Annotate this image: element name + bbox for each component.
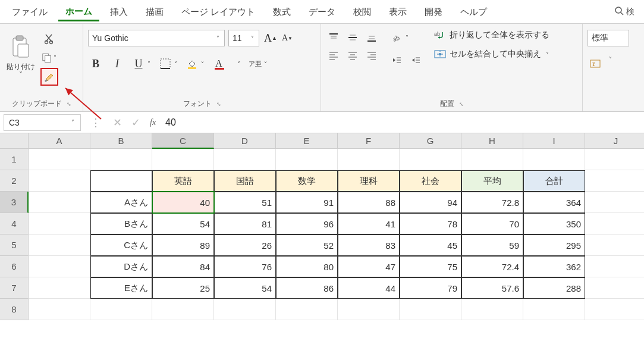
cell[interactable]: 理科 (338, 170, 400, 192)
cell[interactable]: 364 (523, 192, 585, 213)
italic-button[interactable]: I (109, 56, 125, 71)
orientation-button[interactable]: ab (389, 30, 404, 45)
tab-insert[interactable]: 挿入 (103, 3, 135, 20)
cancel-formula-button[interactable]: ✕ (108, 116, 127, 129)
chevron-down-icon[interactable]: ˅ (173, 61, 178, 67)
cell[interactable] (400, 299, 461, 320)
decrease-indent-button[interactable] (389, 52, 404, 68)
cell[interactable] (585, 213, 644, 235)
align-top-button[interactable] (326, 30, 341, 45)
cell[interactable]: 88 (338, 192, 400, 213)
cell[interactable]: 76 (214, 256, 276, 277)
align-right-button[interactable] (364, 48, 379, 63)
underline-button[interactable]: U (131, 56, 146, 71)
cell[interactable] (152, 299, 214, 320)
formula-input[interactable]: 40 (161, 117, 644, 128)
cell[interactable] (585, 235, 644, 256)
cell[interactable]: 80 (276, 256, 338, 277)
cell[interactable]: 47 (338, 256, 400, 277)
cell[interactable]: 54 (214, 277, 276, 299)
row-header-7[interactable]: 7 (0, 277, 29, 299)
cell[interactable]: 45 (400, 235, 461, 256)
cell[interactable]: 72.8 (461, 192, 523, 213)
col-header-e[interactable]: E (276, 133, 338, 149)
accounting-format-button[interactable]: ¥ (588, 56, 603, 71)
cell[interactable]: 25 (152, 277, 214, 299)
row-header-3[interactable]: 3 (0, 192, 29, 213)
cell[interactable] (90, 299, 152, 320)
tab-review[interactable]: 校閲 (346, 3, 378, 20)
wrap-text-button[interactable]: ab 折り返して全体を表示する (434, 30, 550, 40)
cell[interactable] (585, 256, 644, 277)
select-all-corner[interactable] (0, 133, 29, 149)
borders-button[interactable] (158, 56, 173, 71)
font-dialog-launcher[interactable]: ⤡ (216, 101, 221, 107)
increase-indent-button[interactable] (408, 52, 423, 68)
cell[interactable]: 数学 (276, 170, 338, 192)
col-header-i[interactable]: I (523, 133, 585, 149)
cell[interactable] (276, 149, 338, 170)
paste-button[interactable] (8, 30, 34, 63)
cell[interactable] (214, 299, 276, 320)
cell[interactable] (29, 277, 90, 299)
chevron-down-icon[interactable]: ˅ (200, 61, 205, 67)
cell[interactable]: Eさん (90, 277, 152, 299)
cell[interactable] (585, 277, 644, 299)
cell[interactable] (29, 256, 90, 277)
tab-developer[interactable]: 開発 (417, 3, 450, 20)
row-header-1[interactable]: 1 (0, 149, 29, 170)
col-header-h[interactable]: H (461, 133, 523, 149)
cell[interactable] (523, 299, 585, 320)
cell[interactable] (400, 149, 461, 170)
cell[interactable] (461, 149, 523, 170)
cell[interactable]: Cさん (90, 235, 152, 256)
clipboard-dialog-launcher[interactable]: ⤡ (67, 101, 71, 107)
cell[interactable]: 59 (461, 235, 523, 256)
spreadsheet-grid[interactable]: A B C D E F G H I J 1 2 英語 国語 数学 理科 社会 平… (0, 133, 644, 320)
col-header-g[interactable]: G (400, 133, 461, 149)
cell[interactable]: 54 (152, 213, 214, 235)
cell[interactable] (585, 149, 644, 170)
cell[interactable] (338, 299, 400, 320)
cell[interactable]: 288 (523, 277, 585, 299)
cut-button[interactable] (40, 30, 58, 48)
cell[interactable]: 平均 (461, 170, 523, 192)
cell[interactable]: 44 (338, 277, 400, 299)
col-header-a[interactable]: A (29, 133, 90, 149)
tab-draw[interactable]: 描画 (139, 3, 171, 20)
col-header-f[interactable]: F (338, 133, 400, 149)
cell[interactable]: 362 (523, 256, 585, 277)
row-header-4[interactable]: 4 (0, 213, 29, 235)
chevron-down-icon[interactable]: ˅ (146, 61, 152, 67)
cell[interactable]: 26 (214, 235, 276, 256)
accept-formula-button[interactable]: ✓ (127, 116, 145, 129)
formula-bar-handle[interactable]: ⋮ (84, 116, 108, 129)
cell[interactable]: 84 (152, 256, 214, 277)
cell[interactable]: 英語 (152, 170, 214, 192)
active-cell[interactable]: 40 (152, 192, 214, 213)
cell[interactable] (90, 170, 152, 192)
col-header-b[interactable]: B (90, 133, 152, 149)
chevron-down-icon[interactable]: ˅ (236, 61, 241, 67)
cell[interactable] (214, 149, 276, 170)
cell[interactable] (29, 170, 90, 192)
col-header-d[interactable]: D (214, 133, 276, 149)
merge-center-button[interactable]: セルを結合して中央揃え ˅ (434, 49, 550, 60)
align-middle-button[interactable] (345, 30, 360, 45)
cell[interactable]: Bさん (90, 213, 152, 235)
cell[interactable] (276, 299, 338, 320)
cell[interactable]: 89 (152, 235, 214, 256)
cell[interactable]: 社会 (400, 170, 461, 192)
paste-dropdown[interactable]: ˅ (5, 71, 37, 79)
cell[interactable]: 合計 (523, 170, 585, 192)
bold-button[interactable]: B (88, 56, 103, 71)
cell[interactable] (29, 149, 90, 170)
decrease-font-size-button[interactable]: A▼ (279, 30, 295, 46)
cell[interactable] (338, 149, 400, 170)
cell[interactable]: 70 (461, 213, 523, 235)
cell[interactable]: 72.4 (461, 256, 523, 277)
number-format-select[interactable]: 標準 (588, 30, 629, 46)
align-bottom-button[interactable] (364, 30, 379, 45)
chevron-down-icon[interactable]: ˅ (608, 56, 613, 71)
row-header-6[interactable]: 6 (0, 256, 29, 277)
